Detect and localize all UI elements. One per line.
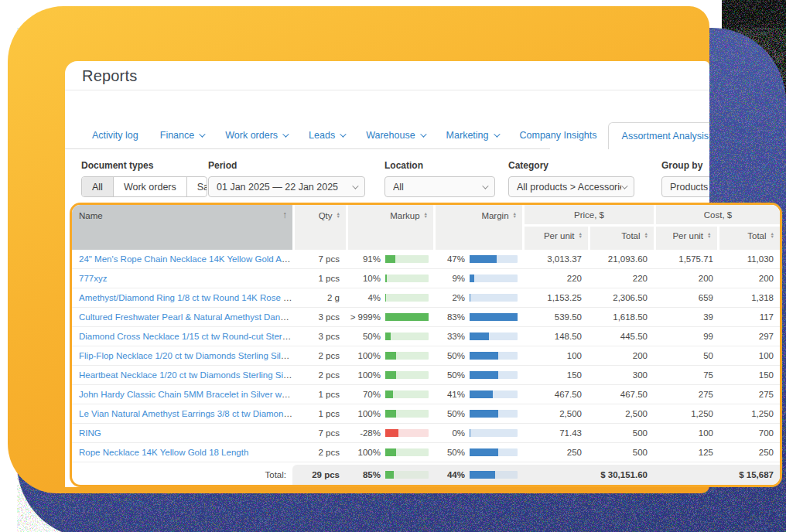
margin-cell: 50% bbox=[433, 370, 522, 380]
tab-label: Work orders bbox=[225, 130, 278, 141]
column-header-margin[interactable]: Margin▲▼ bbox=[433, 205, 522, 250]
filter-category: Category All products > Accessories bbox=[508, 160, 634, 197]
tab-company-insights[interactable]: Company Insights bbox=[509, 121, 608, 149]
product-link[interactable]: 777xyz bbox=[79, 274, 107, 283]
price-total-cell: 2,306.50 bbox=[588, 293, 654, 302]
product-link[interactable]: Heartbeat Necklace 1/20 ct tw Diamonds S… bbox=[79, 370, 292, 380]
product-link[interactable]: Le Vian Natural Amethyst Earrings 3/8 ct… bbox=[79, 409, 292, 418]
table-row[interactable]: Amethyst/Diamond Ring 1/8 ct tw Round 14… bbox=[72, 288, 780, 308]
tab-work-orders[interactable]: Work orders bbox=[214, 121, 298, 149]
total-label: Total: bbox=[72, 470, 292, 479]
tab-assortment-analysis[interactable]: Assortment Analysis bbox=[608, 122, 709, 149]
cost-per-unit-cell: 200 bbox=[654, 274, 719, 283]
table-row[interactable]: 24" Men's Rope Chain Necklace 14K Yellow… bbox=[72, 250, 780, 269]
title-bar: Reports bbox=[65, 61, 709, 90]
markup-cell: -28% bbox=[346, 428, 433, 438]
tab-marketing[interactable]: Marketing bbox=[436, 121, 509, 149]
markup-cell: 91% bbox=[346, 254, 433, 264]
margin-bar bbox=[470, 371, 518, 379]
period-select[interactable]: 01 Jan 2025 — 22 Jan 2025 bbox=[208, 176, 365, 197]
qty-cell: 2 pcs bbox=[292, 351, 346, 360]
markup-cell: 100% bbox=[346, 370, 433, 380]
table-row[interactable]: Flip-Flop Necklace 1/20 ct tw Diamonds S… bbox=[72, 346, 780, 366]
cost-total-cell: 200 bbox=[719, 274, 780, 283]
markup-cell: 100% bbox=[346, 448, 433, 457]
cost-per-unit-cell: 1,250 bbox=[654, 409, 719, 418]
table-row[interactable]: Le Vian Natural Amethyst Earrings 3/8 ct… bbox=[72, 404, 780, 424]
product-link[interactable]: Amethyst/Diamond Ring 1/8 ct tw Round 14… bbox=[79, 293, 292, 302]
table-total-row: Total: 29 pcs 85% 44% $ 30,151.60 $ 15,6… bbox=[72, 465, 780, 485]
price-per-unit-cell: 539.50 bbox=[522, 312, 588, 322]
tab-activity-log[interactable]: Activity log bbox=[81, 121, 149, 149]
cost-per-unit-cell: 75 bbox=[654, 370, 719, 380]
group-by-select[interactable]: Products bbox=[661, 176, 709, 197]
category-select[interactable]: All products > Accessories bbox=[508, 176, 634, 197]
sort-icon[interactable]: ▲▼ bbox=[337, 212, 340, 218]
product-name-cell: Rope Necklace 14K Yellow Gold 18 Length bbox=[72, 448, 292, 457]
product-link[interactable]: Flip-Flop Necklace 1/20 ct tw Diamonds S… bbox=[79, 351, 292, 360]
document-type-option-all[interactable]: All bbox=[82, 177, 113, 196]
table-row[interactable]: Rope Necklace 14K Yellow Gold 18 Length2… bbox=[72, 443, 780, 462]
table-row[interactable]: John Hardy Classic Chain 5MM Bracelet in… bbox=[72, 385, 780, 404]
column-header-cost-per-unit[interactable]: Per unit▲▼ bbox=[656, 227, 717, 250]
cost-per-unit-cell: 1,575.71 bbox=[654, 254, 719, 264]
sort-ascending-icon[interactable]: ↑ bbox=[282, 210, 287, 220]
tab-warehouse[interactable]: Warehouse bbox=[355, 121, 435, 149]
sort-icon[interactable]: ▲▼ bbox=[424, 212, 428, 218]
total-qty: 29 pcs bbox=[292, 465, 346, 485]
column-header-price-per-unit[interactable]: Per unit▲▼ bbox=[525, 227, 588, 250]
margin-cell: 47% bbox=[433, 254, 522, 264]
sort-icon[interactable]: ▲▼ bbox=[513, 212, 517, 218]
product-link[interactable]: 24" Men's Rope Chain Necklace 14K Yellow… bbox=[79, 254, 292, 264]
column-header-qty[interactable]: Qty▲▼ bbox=[292, 205, 346, 250]
tab-label: Marketing bbox=[446, 130, 489, 141]
chevron-down-icon bbox=[621, 182, 627, 189]
product-name-cell: Cultured Freshwater Pearl & Natural Amet… bbox=[72, 312, 292, 322]
table-row[interactable]: 777xyz1 pcs10%9%220220200200 bbox=[72, 269, 780, 288]
markup-bar bbox=[385, 332, 429, 340]
markup-cell: 50% bbox=[346, 332, 433, 341]
table-row[interactable]: RING7 pcs-28%0%71.43500100700 bbox=[72, 424, 780, 443]
cost-total-cell: 150 bbox=[719, 370, 780, 380]
cost-per-unit-cell: 99 bbox=[654, 332, 719, 341]
markup-bar bbox=[385, 255, 429, 263]
cost-total-cell: 1,318 bbox=[719, 293, 780, 302]
column-header-cost-total[interactable]: Total▲▼ bbox=[717, 227, 781, 250]
product-link[interactable]: Diamond Cross Necklace 1/15 ct tw Round-… bbox=[79, 332, 292, 341]
cost-total-cell: 117 bbox=[719, 312, 780, 322]
margin-bar bbox=[470, 471, 518, 479]
column-header-price-total[interactable]: Total▲▼ bbox=[588, 227, 654, 250]
price-per-unit-cell: 467.50 bbox=[522, 390, 588, 399]
document-type-option-work-orders[interactable]: Work orders bbox=[113, 177, 186, 196]
chevron-down-icon bbox=[482, 182, 488, 189]
product-link[interactable]: John Hardy Classic Chain 5MM Bracelet in… bbox=[79, 390, 292, 399]
sort-icon[interactable]: ▲▼ bbox=[579, 232, 583, 238]
document-type-option-sales[interactable]: Sales bbox=[186, 177, 207, 196]
markup-cell: 4% bbox=[346, 293, 433, 302]
filter-period: Period 01 Jan 2025 — 22 Jan 2025 bbox=[208, 160, 365, 197]
product-link[interactable]: Cultured Freshwater Pearl & Natural Amet… bbox=[79, 312, 292, 322]
product-link[interactable]: Rope Necklace 14K Yellow Gold 18 Length bbox=[79, 448, 248, 457]
document-types-label: Document types bbox=[81, 160, 207, 171]
column-header-name[interactable]: Name ↑ bbox=[72, 205, 292, 250]
product-link[interactable]: RING bbox=[79, 428, 101, 438]
tab-finance[interactable]: Finance bbox=[149, 121, 214, 149]
tab-leads[interactable]: Leads bbox=[298, 121, 355, 149]
document-types-segmented: AllWork ordersSales bbox=[81, 176, 207, 197]
margin-bar bbox=[470, 429, 518, 437]
product-name-cell: Le Vian Natural Amethyst Earrings 3/8 ct… bbox=[72, 409, 292, 418]
column-header-markup[interactable]: Markup▲▼ bbox=[346, 205, 433, 250]
location-select[interactable]: All bbox=[384, 176, 495, 197]
margin-cell: 9% bbox=[433, 274, 522, 283]
sort-icon[interactable]: ▲▼ bbox=[771, 232, 774, 238]
sort-icon[interactable]: ▲▼ bbox=[644, 232, 648, 238]
page-title: Reports bbox=[65, 61, 709, 85]
table-row[interactable]: Heartbeat Necklace 1/20 ct tw Diamonds S… bbox=[72, 366, 780, 385]
sort-icon[interactable]: ▲▼ bbox=[707, 232, 711, 238]
product-name-cell: 777xyz bbox=[72, 274, 292, 283]
table-row[interactable]: Diamond Cross Necklace 1/15 ct tw Round-… bbox=[72, 327, 780, 346]
markup-bar bbox=[385, 275, 429, 282]
markup-bar bbox=[385, 352, 429, 360]
table-row[interactable]: Cultured Freshwater Pearl & Natural Amet… bbox=[72, 308, 780, 327]
price-total-cell: 467.50 bbox=[588, 390, 654, 399]
